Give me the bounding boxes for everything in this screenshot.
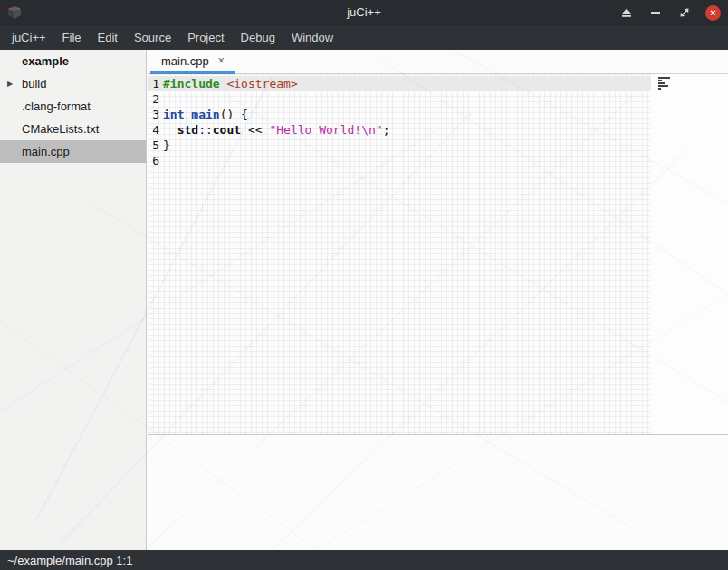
code-line-4[interactable]: 4 std::cout << "Hello World!\n"; (148, 122, 651, 138)
tab-main-cpp[interactable]: main.cpp × (150, 50, 235, 74)
minimize-button[interactable] (647, 5, 663, 21)
close-icon: × (710, 5, 715, 21)
code-text: } (163, 138, 170, 153)
tree-item-label: .clang-format (22, 100, 91, 113)
code-line-1[interactable]: 1#include <iostream> (148, 76, 651, 91)
menu-window[interactable]: Window (283, 25, 341, 50)
code-area[interactable]: 1#include <iostream>23int main() {4 std:… (148, 74, 651, 434)
expander-icon[interactable]: ▶ (7, 80, 22, 88)
code-text: std::cout << "Hello World!\n"; (163, 122, 389, 138)
close-button[interactable]: × (705, 5, 721, 21)
menu-project[interactable]: Project (179, 25, 232, 50)
line-number: 2 (148, 91, 163, 107)
line-number: 1 (148, 76, 163, 91)
minimize-icon (651, 12, 660, 14)
tab-bar: main.cpp × (148, 50, 728, 74)
menu-juci[interactable]: juCi++ (4, 25, 54, 50)
project-root[interactable]: example (0, 50, 146, 72)
sidebar: example ▶build.clang-formatCMakeLists.tx… (0, 50, 147, 550)
code-line-2[interactable]: 2 (148, 91, 651, 107)
overview-map[interactable] (658, 77, 676, 90)
shade-button[interactable] (618, 5, 634, 21)
menu-edit[interactable]: Edit (90, 25, 126, 50)
tree-item-label: CMakeLists.txt (22, 122, 99, 136)
tree-item-label: main.cpp (22, 145, 70, 158)
tree-item-cmakelists-txt[interactable]: CMakeLists.txt (0, 118, 146, 140)
status-text: ~/example/main.cpp 1:1 (7, 554, 132, 567)
line-number: 3 (148, 107, 163, 122)
line-number: 5 (148, 138, 163, 153)
tree-item--clang-format[interactable]: .clang-format (0, 95, 146, 118)
tree-item-main-cpp[interactable]: main.cpp (0, 140, 146, 163)
tree-item-label: build (22, 77, 46, 90)
menu-source[interactable]: Source (126, 25, 179, 50)
bottom-panel (148, 435, 728, 550)
menu-file[interactable]: File (54, 25, 90, 50)
window-controls: × (618, 0, 721, 25)
code-line-5[interactable]: 5} (148, 138, 651, 153)
status-bar: ~/example/main.cpp 1:1 (0, 550, 728, 570)
menubar: juCi++FileEditSourceProjectDebugWindow (0, 25, 728, 50)
tree-item-build[interactable]: ▶build (0, 72, 146, 95)
line-number: 4 (148, 122, 163, 138)
code-text: #include <iostream> (163, 76, 298, 91)
line-number: 6 (148, 153, 163, 168)
project-root-label: example (22, 54, 69, 68)
file-tree: ▶build.clang-formatCMakeLists.txtmain.cp… (0, 72, 146, 163)
tab-close-icon[interactable]: × (218, 55, 225, 66)
shade-icon (621, 7, 632, 18)
code-text: int main() { (163, 107, 248, 122)
editor: 1#include <iostream>23int main() {4 std:… (148, 74, 728, 435)
menu-debug[interactable]: Debug (233, 25, 283, 50)
code-line-6[interactable]: 6 (148, 153, 651, 168)
tab-label: main.cpp (161, 54, 209, 68)
restore-button[interactable] (676, 5, 692, 21)
titlebar: juCi++ × (0, 0, 728, 25)
restore-icon (679, 7, 690, 18)
code-line-3[interactable]: 3int main() { (148, 107, 651, 122)
